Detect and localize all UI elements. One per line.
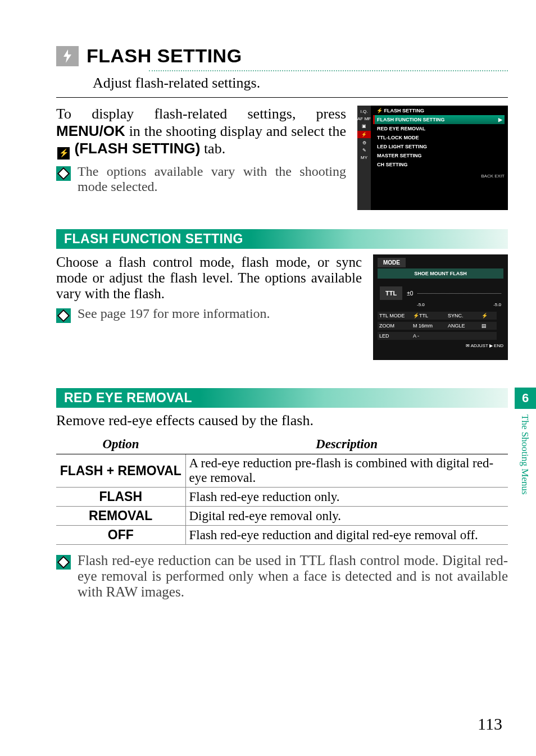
chapter-sidebar-tab: 6 The Shooting Menus bbox=[515, 388, 536, 495]
camera-menu-tabs: I.Q. AF MF ▣ ⚡ ⚙ ✎ MY bbox=[357, 106, 371, 210]
section-heading-rer: RED EYE REMOVAL bbox=[56, 388, 508, 408]
menu-item-selected: FLASH FUNCTION SETTING▶ bbox=[373, 115, 505, 124]
flash-tab-icon: ⚡ bbox=[57, 147, 70, 160]
note-icon bbox=[56, 308, 71, 323]
svg-marker-0 bbox=[63, 49, 71, 63]
note-icon bbox=[56, 166, 71, 181]
chapter-label: The Shooting Menus bbox=[515, 409, 535, 495]
table-row: FLASHFlash red-eye reduction only. bbox=[56, 488, 508, 507]
horizontal-rule bbox=[56, 97, 508, 98]
note-icon bbox=[56, 555, 71, 570]
table-row: OFFFlash red-eye reduction and digital r… bbox=[56, 526, 508, 545]
table-row: FLASH + REMOVALA red-eye reduction pre-f… bbox=[56, 454, 508, 488]
ffs-note: See page 197 for more information. bbox=[78, 306, 270, 321]
red-eye-table: Option Description FLASH + REMOVALA red-… bbox=[56, 435, 508, 545]
camera-menu-screenshot: I.Q. AF MF ▣ ⚡ ⚙ ✎ MY ⚡ FLASH SETTING FL… bbox=[357, 106, 508, 210]
rer-note: Flash red-eye reduction can be used in T… bbox=[78, 553, 508, 600]
intro-paragraph: To display flash-related settings, press… bbox=[56, 106, 346, 160]
page-title: FLASH SETTING bbox=[87, 45, 242, 67]
chapter-number: 6 bbox=[515, 388, 536, 409]
ffs-paragraph: Choose a flash control mode, flash mode,… bbox=[56, 254, 362, 302]
section-heading-ffs: FLASH FUNCTION SETTING bbox=[56, 229, 508, 249]
rer-lead: Remove red-eye effects caused by the fla… bbox=[56, 412, 508, 429]
table-row: REMOVALDigital red-eye removal only. bbox=[56, 507, 508, 526]
title-divider bbox=[149, 70, 508, 71]
page-number: 113 bbox=[478, 714, 502, 734]
flash-function-screenshot: MODE SHOE MOUNT FLASH TTL ±0 -5.0-5.0 TT… bbox=[373, 254, 508, 360]
page-subtitle: Adjust flash-related settings. bbox=[93, 75, 508, 92]
flash-setting-icon bbox=[56, 46, 79, 66]
intro-note: The options available vary with the shoo… bbox=[78, 164, 346, 194]
